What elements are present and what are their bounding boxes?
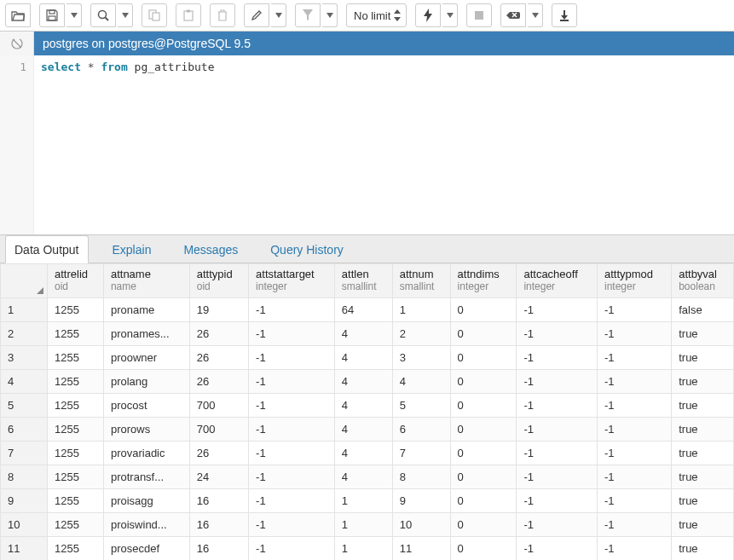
cell[interactable]: pronames...: [103, 322, 189, 346]
cell[interactable]: -1: [249, 489, 335, 513]
cell[interactable]: 4: [334, 346, 392, 370]
cell[interactable]: 4: [334, 465, 392, 489]
save-dropdown[interactable]: [66, 3, 82, 27]
cell[interactable]: protransf...: [103, 465, 189, 489]
cell[interactable]: -1: [517, 370, 598, 394]
column-header-attstattarget[interactable]: attstattargetinteger: [249, 264, 335, 298]
cell[interactable]: 0: [450, 513, 517, 537]
cell[interactable]: proiswind...: [103, 513, 189, 537]
cell[interactable]: -1: [249, 298, 335, 322]
filter-button[interactable]: [295, 3, 321, 27]
edit-dropdown[interactable]: [271, 3, 286, 27]
rownum-header[interactable]: [1, 264, 48, 298]
cell[interactable]: -1: [249, 442, 335, 465]
sql-editor[interactable]: 1 select * from pg_attribute: [0, 55, 734, 234]
cell[interactable]: -1: [598, 394, 672, 418]
cell[interactable]: 1255: [48, 346, 104, 370]
cell[interactable]: -1: [598, 322, 672, 346]
cell[interactable]: true: [672, 418, 734, 442]
cell[interactable]: -1: [249, 394, 335, 418]
cell[interactable]: -1: [598, 418, 672, 442]
editor-code[interactable]: select * from pg_attribute: [34, 55, 734, 234]
download-button[interactable]: [552, 3, 577, 27]
row-number[interactable]: 11: [1, 537, 48, 561]
cell[interactable]: 0: [450, 489, 517, 513]
cell[interactable]: -1: [517, 394, 598, 418]
execute-button[interactable]: [415, 3, 441, 27]
cell[interactable]: -1: [598, 298, 672, 322]
cell[interactable]: -1: [249, 346, 335, 370]
cell[interactable]: true: [672, 442, 734, 465]
cell[interactable]: 0: [450, 370, 517, 394]
tab-data-output[interactable]: Data Output: [5, 235, 89, 263]
cell[interactable]: 0: [450, 298, 517, 322]
filter-dropdown[interactable]: [322, 3, 338, 27]
cell[interactable]: 1255: [48, 418, 104, 442]
cell[interactable]: 0: [450, 537, 517, 561]
cell[interactable]: 0: [450, 442, 517, 465]
cell[interactable]: -1: [517, 537, 598, 561]
tab-query-history[interactable]: Query History: [262, 236, 352, 263]
cell[interactable]: -1: [598, 489, 672, 513]
cell[interactable]: -1: [517, 489, 598, 513]
cell[interactable]: 9: [392, 489, 450, 513]
cell[interactable]: -1: [517, 298, 598, 322]
cell[interactable]: 1: [334, 513, 392, 537]
cell[interactable]: true: [672, 513, 734, 537]
cell[interactable]: -1: [517, 442, 598, 465]
table-row[interactable]: 21255pronames...26-1420-1-1true: [1, 322, 734, 346]
cell[interactable]: 2: [392, 322, 450, 346]
table-row[interactable]: 41255prolang26-1440-1-1true: [1, 370, 734, 394]
cell[interactable]: 0: [450, 394, 517, 418]
cell[interactable]: true: [672, 322, 734, 346]
cell[interactable]: 1255: [48, 322, 104, 346]
column-header-attrelid[interactable]: attrelidoid: [48, 264, 104, 298]
cell[interactable]: 24: [189, 465, 248, 489]
row-number[interactable]: 7: [1, 442, 48, 465]
cell[interactable]: 7: [392, 442, 450, 465]
edit-button[interactable]: [244, 3, 269, 27]
row-number[interactable]: 9: [1, 489, 48, 513]
cell[interactable]: 1255: [48, 394, 104, 418]
cell[interactable]: 26: [189, 370, 248, 394]
cell[interactable]: 16: [189, 537, 248, 561]
column-header-atttypid[interactable]: atttypidoid: [189, 264, 248, 298]
tab-explain[interactable]: Explain: [104, 236, 160, 263]
cell[interactable]: -1: [249, 465, 335, 489]
cell[interactable]: 16: [189, 513, 248, 537]
table-row[interactable]: 101255proiswind...16-11100-1-1true: [1, 513, 734, 537]
cell[interactable]: true: [672, 489, 734, 513]
cell[interactable]: prorows: [103, 418, 189, 442]
table-row[interactable]: 81255protransf...24-1480-1-1true: [1, 465, 734, 489]
delete-row-button[interactable]: [210, 3, 235, 27]
paste-button[interactable]: [176, 3, 201, 27]
open-file-button[interactable]: [5, 3, 31, 27]
cell[interactable]: 26: [189, 322, 248, 346]
cell[interactable]: 700: [189, 394, 248, 418]
cell[interactable]: 0: [450, 322, 517, 346]
cell[interactable]: prosecdef: [103, 537, 189, 561]
cell[interactable]: 4: [334, 418, 392, 442]
row-number[interactable]: 2: [1, 322, 48, 346]
table-row[interactable]: 31255proowner26-1430-1-1true: [1, 346, 734, 370]
cell[interactable]: true: [672, 370, 734, 394]
cell[interactable]: 4: [392, 370, 450, 394]
cell[interactable]: -1: [517, 418, 598, 442]
table-row[interactable]: 111255prosecdef16-11110-1-1true: [1, 537, 734, 561]
row-number[interactable]: 8: [1, 465, 48, 489]
column-header-attcacheoff[interactable]: attcacheoffinteger: [517, 264, 598, 298]
table-row[interactable]: 91255proisagg16-1190-1-1true: [1, 489, 734, 513]
cell[interactable]: -1: [249, 322, 335, 346]
cell[interactable]: true: [672, 537, 734, 561]
cell[interactable]: procost: [103, 394, 189, 418]
cell[interactable]: 26: [189, 346, 248, 370]
cell[interactable]: -1: [598, 442, 672, 465]
cell[interactable]: 1: [334, 537, 392, 561]
cell[interactable]: -1: [598, 370, 672, 394]
cell[interactable]: -1: [249, 537, 335, 561]
cell[interactable]: -1: [249, 513, 335, 537]
cell[interactable]: 6: [392, 418, 450, 442]
find-dropdown[interactable]: [118, 3, 133, 27]
row-number[interactable]: 3: [1, 346, 48, 370]
row-limit-select[interactable]: No limit: [346, 3, 407, 27]
